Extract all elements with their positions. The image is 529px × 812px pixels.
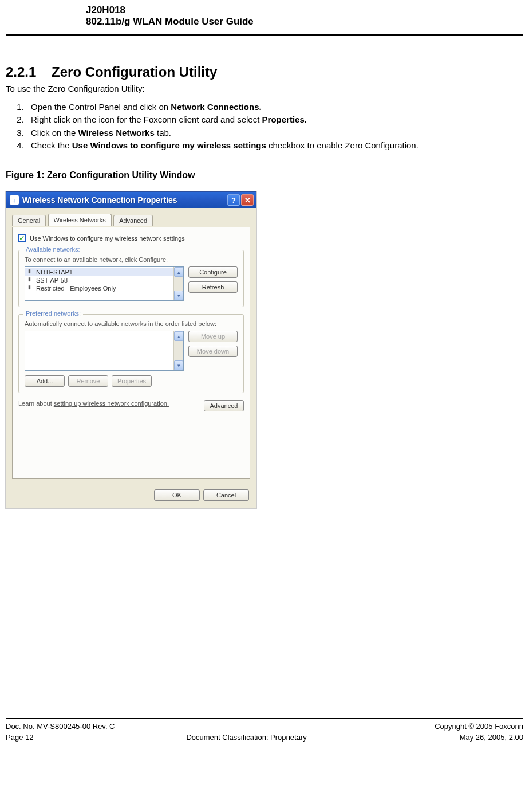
header-divider bbox=[6, 34, 523, 36]
copyright: Copyright © 2005 Foxconn bbox=[435, 722, 523, 731]
scrollbar[interactable]: ▴ ▾ bbox=[173, 267, 183, 300]
scrollbar[interactable]: ▴ ▾ bbox=[173, 331, 183, 370]
move-up-button[interactable]: Move up bbox=[188, 331, 238, 342]
preferred-networks-list[interactable]: ▴ ▾ bbox=[25, 331, 184, 371]
dialog-title: Wireless Network Connection Properties bbox=[22, 195, 227, 205]
classification: Document Classification: Proprietary bbox=[186, 733, 306, 742]
help-button[interactable]: ? bbox=[227, 194, 240, 206]
preferred-networks-group: Preferred networks: Automatically connec… bbox=[18, 314, 244, 393]
use-windows-label: Use Windows to configure my wireless net… bbox=[30, 235, 185, 242]
step-item: Check the Use Windows to configure my wi… bbox=[26, 140, 523, 151]
footer-row-2: Page 12 Document Classification: Proprie… bbox=[6, 733, 523, 742]
configure-button[interactable]: Configure bbox=[188, 266, 238, 278]
add-button[interactable]: Add... bbox=[25, 375, 65, 387]
doc-code: J20H018 bbox=[86, 5, 523, 16]
tab-advanced[interactable]: Advanced bbox=[113, 215, 153, 226]
network-icon bbox=[27, 277, 33, 283]
steps-list: Open the Control Panel and click on Netw… bbox=[6, 101, 523, 151]
section-title: Zero Configuration Utility bbox=[52, 64, 217, 80]
section-number: 2.2.1 bbox=[6, 64, 36, 80]
move-down-button[interactable]: Move down bbox=[188, 346, 238, 357]
doc-title: 802.11b/g WLAN Module User Guide bbox=[86, 16, 523, 28]
network-icon bbox=[27, 269, 33, 275]
preferred-legend: Preferred networks: bbox=[23, 310, 83, 317]
tab-wireless-networks[interactable]: Wireless Networks bbox=[48, 214, 112, 226]
figure-caption: Figure 1: Zero Configuration Utility Win… bbox=[6, 170, 523, 181]
use-windows-checkbox[interactable]: ✓ bbox=[18, 234, 26, 242]
figure-divider-top bbox=[6, 162, 523, 162]
available-legend: Available networks: bbox=[23, 246, 82, 253]
step-item: Click on the Wireless Networks tab. bbox=[26, 127, 523, 139]
scroll-down-button[interactable]: ▾ bbox=[174, 291, 183, 300]
list-item[interactable]: NDTESTAP1 bbox=[25, 268, 183, 276]
tab-panel: ✓ Use Windows to configure my wireless n… bbox=[12, 227, 250, 479]
refresh-button[interactable]: Refresh bbox=[188, 281, 238, 293]
close-button[interactable]: ✕ bbox=[241, 194, 254, 206]
date-version: May 26, 2005, 2.00 bbox=[460, 733, 523, 742]
section-heading: 2.2.1 Zero Configuration Utility bbox=[6, 64, 523, 80]
scroll-up-button[interactable]: ▴ bbox=[174, 331, 183, 341]
app-icon: ↓ bbox=[10, 195, 19, 205]
properties-dialog: ↓ Wireless Network Connection Properties… bbox=[6, 191, 256, 508]
advanced-button[interactable]: Advanced bbox=[204, 400, 244, 411]
network-icon bbox=[27, 285, 33, 291]
figure-divider-bottom bbox=[6, 183, 523, 183]
cancel-button[interactable]: Cancel bbox=[203, 489, 249, 501]
available-networks-group: Available networks: To connect to an ava… bbox=[18, 250, 244, 307]
document-header: J20H018 802.11b/g WLAN Module User Guide bbox=[6, 0, 523, 31]
remove-button[interactable]: Remove bbox=[68, 375, 108, 387]
learn-link[interactable]: setting up wireless network configuratio… bbox=[54, 400, 169, 407]
footer-divider bbox=[6, 718, 523, 719]
footer-row-1: Doc. No. MV-S800245-00 Rev. C Copyright … bbox=[6, 722, 523, 733]
list-item[interactable]: SST-AP-58 bbox=[25, 276, 183, 284]
intro-text: To use the Zero Configuration Utility: bbox=[6, 84, 523, 93]
step-item: Right click on the icon for the Foxconn … bbox=[26, 114, 523, 125]
scroll-down-button[interactable]: ▾ bbox=[174, 360, 183, 370]
scroll-up-button[interactable]: ▴ bbox=[174, 267, 183, 277]
step-item: Open the Control Panel and click on Netw… bbox=[26, 101, 523, 113]
available-hint: To connect to an available network, clic… bbox=[25, 256, 238, 263]
tab-general[interactable]: General bbox=[12, 215, 46, 226]
tab-strip: General Wireless Networks Advanced bbox=[12, 214, 250, 227]
titlebar[interactable]: ↓ Wireless Network Connection Properties… bbox=[6, 192, 256, 208]
list-item[interactable]: Restricted - Employees Only bbox=[25, 284, 183, 292]
ok-button[interactable]: OK bbox=[154, 489, 200, 501]
available-networks-list[interactable]: NDTESTAP1 SST-AP-58 Restricted - Employe… bbox=[25, 266, 184, 301]
page-number: Page 12 bbox=[6, 733, 33, 742]
preferred-hint: Automatically connect to available netwo… bbox=[25, 320, 238, 327]
properties-button[interactable]: Properties bbox=[112, 375, 152, 387]
doc-number: Doc. No. MV-S800245-00 Rev. C bbox=[6, 722, 115, 731]
learn-text: Learn about setting up wireless network … bbox=[18, 400, 197, 407]
